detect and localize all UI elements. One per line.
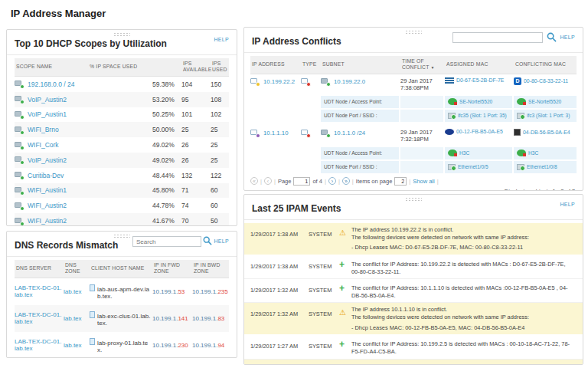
displaying-objects-label: Displaying objects 1 - 2 of 7 (244, 186, 583, 191)
ip-fwd-zone[interactable]: 10.199.1.53 (152, 288, 192, 295)
conflicting-mac[interactable]: 04-DB-56-B5-0A-E4 (514, 129, 577, 136)
col-client-host[interactable]: CLIENT HOST NAME (90, 263, 152, 274)
dns-zone-link[interactable]: lab.tex (64, 342, 90, 349)
dns-server-link[interactable]: LAB-TEX-DC-01.lab.tex (15, 337, 64, 354)
help-link[interactable]: HELP (560, 34, 576, 40)
col-ips-available[interactable]: IPSAVAILABLE (181, 58, 211, 76)
col-scope-name[interactable]: SCOPE NAME (15, 61, 88, 72)
client-host[interactable]: lab-aus-apm-dev.lab.tex. (90, 281, 152, 302)
conflict-time: 29 Jan 20177:32:18PM (400, 129, 443, 143)
conflict-subrow-node: UDT Node / Access Point: SE-Nortel5520 S… (250, 96, 577, 108)
table-row[interactable]: WIFI_Cork49.02%2625 (15, 137, 229, 153)
table-row[interactable]: Curitiba-Dev48.44%132122 (15, 168, 229, 183)
scope-icon (15, 202, 24, 210)
dns-zone-link[interactable]: lab.tex (64, 288, 90, 295)
table-row[interactable]: VoIP_Austin150.25%101102 (15, 107, 229, 123)
search-input[interactable] (132, 236, 201, 247)
panel-ipam-events: Last 25 IPAM Events HELP 1/29/2017 1:38 … (243, 194, 583, 365)
panel-title-conflicts: IP Address Conflicts (252, 36, 341, 47)
client-host[interactable]: lab-exc-clus-01.lab.tex. (90, 308, 152, 329)
help-link[interactable]: HELP (214, 238, 230, 244)
assigned-node[interactable]: H3C (445, 147, 512, 159)
first-page-icon[interactable]: « (250, 177, 258, 185)
items-on-page-input[interactable] (394, 177, 407, 186)
col-type[interactable]: TYPE (301, 59, 319, 70)
help-link[interactable]: HELP (214, 37, 230, 42)
assigned-port[interactable]: ifc35 (Slot: 1 Port: 35) (445, 110, 512, 122)
sort-desc-icon[interactable]: ▼ (431, 65, 435, 70)
table-row[interactable]: VoIP_Austin249.02%2625 (15, 153, 229, 168)
table-row[interactable]: WIFI_Austin241.67%7050 (15, 213, 229, 226)
conflicting-mac[interactable]: 00-80-C8-33-22-11 (514, 77, 577, 85)
table-row[interactable]: 192.168.0.0 / 2459.38%104150 (15, 77, 229, 92)
show-all-link[interactable]: Show all (413, 178, 434, 185)
col-ip-fwd[interactable]: IP IN FWDZONE (152, 260, 192, 278)
help-link[interactable]: HELP (560, 202, 576, 207)
col-ip-bwd[interactable]: IP IN BWDZONE (192, 260, 229, 278)
scope-icon (15, 110, 24, 119)
node-status-icon (517, 150, 526, 156)
next-page-icon[interactable]: › (328, 177, 336, 185)
ip-bwd-zone[interactable]: 10.199.1.235 (192, 288, 229, 295)
table-row[interactable]: VoIP_Austin253.20%95108 (15, 92, 229, 107)
interface-icon (448, 113, 456, 119)
interface-icon (517, 164, 524, 170)
col-ips-used[interactable]: IPSUSED (211, 58, 229, 76)
table-row[interactable]: LAB-TEX-DC-01.lab.tex lab.tex lab-aus-ap… (15, 278, 229, 305)
table-row[interactable]: WIFI_Austin244.78%7460 (15, 198, 229, 213)
scope-icon (15, 186, 24, 195)
search-icon[interactable] (203, 236, 212, 245)
table-row[interactable]: WIFI_Austin145.80%7160 (15, 183, 229, 199)
assigned-mac[interactable]: D0-67-E5-2B-DF-7E (445, 77, 512, 84)
table-row[interactable]: LAB-TEX-DC-01.lab.tex lab.tex lab-proxy-… (15, 332, 229, 358)
conflicting-node[interactable]: SE-Nortel5520 (514, 96, 577, 108)
host-file-icon (90, 284, 95, 291)
page-number-input[interactable] (293, 177, 310, 186)
conflicting-port[interactable]: Ethernet1/0/8 (514, 161, 577, 173)
ip-fwd-zone[interactable]: 10.199.1.141 (152, 315, 192, 322)
assigned-node[interactable]: SE-Nortel5520 (445, 96, 512, 108)
assigned-port[interactable]: Ethernet1/0/5 (445, 161, 512, 173)
conflicting-port[interactable]: ifc3 (Slot: 1 Port: 3) (514, 110, 577, 122)
node-status-icon (448, 150, 457, 156)
panel-dhcp-scopes: Top 10 DHCP Scopes by Utilization HELP S… (6, 29, 237, 226)
event-row: 1/29/2017 1:38 AMSYSTEM ⚠ The IP address… (244, 223, 583, 255)
assigned-mac[interactable]: 00-12-FB-B5-0A-E5 (445, 129, 512, 135)
conflict-type-icon (301, 129, 311, 137)
table-row[interactable]: LAB-TEX-DC-01.lab.tex lab.tex lab-exc-cl… (15, 305, 229, 332)
col-time-of-conflict[interactable]: TIME OFCONFLICT ▼ (400, 56, 443, 74)
col-conflicting-mac[interactable]: CONFLICTING MAC (514, 59, 577, 70)
ip-bwd-zone[interactable]: 10.199.1.83 (192, 315, 229, 322)
scope-icon (15, 217, 24, 225)
col-ip-space-used[interactable]: % IP SPACE USED (88, 61, 181, 72)
col-dns-zone[interactable]: DNSZONE (64, 260, 90, 278)
search-input[interactable] (452, 32, 543, 43)
search-icon[interactable] (547, 32, 557, 42)
node-status-icon (517, 98, 526, 105)
conflict-row[interactable]: 10.199.22.2 10.199.22.0 29 Jan 20177:38:… (250, 74, 577, 94)
page-title: IP Address Manager (11, 8, 106, 19)
page-of-label: of 4 (312, 178, 322, 185)
scope-icon (15, 95, 24, 104)
add-icon: + (339, 338, 351, 348)
subnet-icon (321, 129, 331, 137)
ip-bwd-zone[interactable]: 10.199.1.94 (192, 342, 229, 349)
ip-fwd-zone[interactable]: 10.199.1.230 (152, 342, 192, 349)
conflicting-node[interactable]: H3C (514, 147, 577, 159)
conflict-row[interactable]: 10.1.1.10 10.1.1.0 /24 29 Jan 20177:32:1… (250, 126, 577, 146)
col-subnet[interactable]: SUBNET (321, 59, 399, 70)
client-host[interactable]: lab-proxy-01.lab.tex. (90, 335, 152, 356)
conflict-subrow-port: UDT Node Port / SSID : ifc35 (Slot: 1 Po… (250, 110, 577, 122)
table-row[interactable]: WIFI_Brno50.00%2525 (15, 122, 229, 137)
scope-icon (15, 80, 24, 88)
col-ip-address[interactable]: IP ADDRESS (250, 59, 299, 70)
prev-page-icon[interactable]: ‹ (264, 177, 272, 185)
last-page-icon[interactable]: » (342, 177, 350, 185)
conflict-subrow-node: UDT Node / Access Point: H3C H3C (250, 147, 577, 159)
col-dns-server[interactable]: DNS SERVER (15, 263, 64, 274)
dns-zone-link[interactable]: lab.tex (64, 315, 90, 322)
col-assigned-mac[interactable]: ASSIGNED MAC (445, 59, 512, 70)
mac-vendor-icon (514, 77, 521, 85)
dns-server-link[interactable]: LAB-TEX-DC-01.lab.tex (15, 283, 64, 301)
dns-server-link[interactable]: LAB-TEX-DC-01.lab.tex (15, 310, 64, 327)
